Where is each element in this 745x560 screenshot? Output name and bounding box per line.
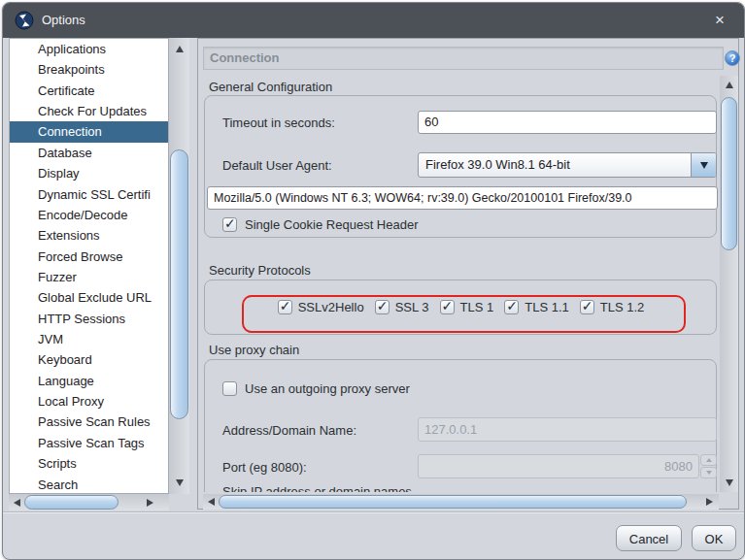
panel-title: Connection — [203, 47, 724, 70]
scroll-down-icon[interactable] — [172, 476, 186, 490]
panel-horizontal-scroll-thumb[interactable] — [219, 495, 687, 509]
panel-horizontal-scrollbar[interactable] — [203, 494, 719, 510]
timeout-input[interactable]: 60 — [418, 111, 717, 134]
scroll-left-icon[interactable] — [204, 494, 219, 509]
sidebar-vertical-scrollbar[interactable] — [169, 38, 189, 494]
protocol-label: TLS 1 — [460, 300, 494, 314]
panel-vertical-scroll-thumb[interactable] — [721, 97, 737, 250]
outgoing-proxy-label: Use an outgoing proxy server — [245, 381, 410, 396]
address-label: Address/Domain Name: — [222, 423, 356, 438]
sidebar-item-global-exclude-url[interactable]: Global Exclude URL — [10, 287, 168, 308]
sidebar-item-forced-browse[interactable]: Forced Browse — [10, 247, 168, 267]
outgoing-proxy-checkbox[interactable] — [222, 381, 237, 396]
port-label: Port (eg 8080): — [222, 460, 307, 475]
sidebar-item-passive-scan-rules[interactable]: Passive Scan Rules — [10, 412, 168, 432]
sidebar-item-extensions[interactable]: Extensions — [10, 225, 168, 246]
sidebar-horizontal-scroll-thumb[interactable] — [24, 495, 119, 510]
sidebar-item-certificate[interactable]: Certificate — [10, 81, 168, 101]
sidebar-item-dynamic-ssl-certifi[interactable]: Dynamic SSL Certifi — [10, 184, 168, 205]
connection-panel: Connection ? General Configuration Timeo… — [197, 38, 739, 510]
sidebar-item-local-proxy[interactable]: Local Proxy — [10, 391, 168, 412]
general-configuration-title: General Configuration — [209, 80, 332, 94]
user-agent-select[interactable]: Firefox 39.0 Win8.1 64-bit — [418, 152, 717, 178]
scroll-up-icon[interactable] — [722, 78, 736, 92]
chevron-down-icon[interactable] — [691, 153, 716, 177]
single-cookie-label: Single Cookie Request Header — [245, 217, 419, 232]
protocol-item-sslv2hello: SSLv2Hello — [278, 300, 364, 314]
sidebar-item-http-sessions[interactable]: HTTP Sessions — [10, 309, 168, 329]
sidebar-item-keyboard[interactable]: Keyboard — [10, 349, 168, 370]
options-category-list: ApplicationsBreakpointsCertificateCheck … — [9, 38, 169, 494]
protocol-label: TLS 1.2 — [600, 300, 645, 314]
protocol-checkbox[interactable] — [504, 300, 519, 314]
sidebar-horizontal-scrollbar[interactable] — [9, 494, 169, 511]
use-proxy-chain-title: Use proxy chain — [209, 343, 299, 357]
panel-viewport: General Configuration Timeout in seconds… — [203, 76, 719, 492]
single-cookie-row: Single Cookie Request Header — [222, 217, 419, 232]
sidebar-item-fuzzer[interactable]: Fuzzer — [10, 267, 168, 287]
cancel-button[interactable]: Cancel — [616, 525, 682, 551]
sidebar-item-language[interactable]: Language — [10, 371, 168, 391]
footer-separator — [3, 511, 744, 513]
sidebar-item-database[interactable]: Database — [10, 143, 168, 163]
port-spinner — [700, 454, 717, 478]
sidebar-vertical-scroll-thumb[interactable] — [170, 149, 188, 419]
title-bar: Options × — [3, 3, 744, 38]
scroll-down-icon[interactable] — [722, 476, 736, 490]
user-agent-string-input[interactable]: Mozilla/5.0 (Windows NT 6.3; WOW64; rv:3… — [207, 186, 718, 210]
protocol-item-tls-1: TLS 1 — [440, 300, 494, 314]
sidebar-item-search[interactable]: Search — [10, 475, 168, 494]
user-agent-label: Default User Agent: — [222, 158, 332, 173]
zap-logo-icon — [15, 11, 34, 30]
scroll-right-icon[interactable] — [143, 495, 157, 510]
protocol-checkbox[interactable] — [375, 300, 389, 314]
sidebar-item-passive-scan-tags[interactable]: Passive Scan Tags — [10, 433, 168, 453]
port-input[interactable]: 8080 — [418, 454, 699, 478]
security-protocols-row: SSLv2HelloSSL 3TLS 1TLS 1.1TLS 1.2 — [203, 280, 719, 335]
scroll-right-icon[interactable] — [702, 494, 717, 509]
scroll-left-icon[interactable] — [10, 495, 24, 510]
ok-button[interactable]: OK — [692, 525, 736, 551]
sidebar-item-check-for-updates[interactable]: Check For Updates — [10, 101, 168, 121]
sidebar-item-scripts[interactable]: Scripts — [10, 453, 168, 474]
protocol-item-ssl-3: SSL 3 — [375, 300, 429, 314]
sidebar-item-jvm[interactable]: JVM — [10, 329, 168, 349]
outgoing-proxy-row: Use an outgoing proxy server — [222, 381, 410, 396]
timeout-label: Timeout in seconds: — [222, 115, 335, 130]
scroll-up-icon[interactable] — [172, 42, 186, 56]
options-dialog: Options × ApplicationsBreakpointsCertifi… — [2, 2, 745, 560]
user-agent-selected-value: Firefox 39.0 Win8.1 64-bit — [425, 153, 690, 177]
sidebar-item-encode-decode[interactable]: Encode/Decode — [10, 205, 168, 225]
protocol-label: SSLv2Hello — [298, 300, 364, 314]
address-input[interactable]: 127.0.0.1 — [418, 417, 717, 442]
sidebar-item-breakpoints[interactable]: Breakpoints — [10, 59, 168, 80]
protocol-checkbox[interactable] — [580, 300, 594, 314]
protocol-checkbox[interactable] — [440, 300, 455, 314]
protocol-label: TLS 1.1 — [525, 300, 569, 314]
sidebar-item-display[interactable]: Display — [10, 163, 168, 183]
protocol-item-tls-1-2: TLS 1.2 — [580, 300, 645, 314]
skip-domains-label: Skip IP address or domain names — [222, 484, 412, 492]
spinner-up-icon[interactable] — [700, 454, 717, 466]
close-icon[interactable]: × — [709, 10, 730, 31]
help-icon[interactable]: ? — [725, 50, 740, 66]
sidebar-item-applications[interactable]: Applications — [10, 39, 168, 59]
window-title: Options — [42, 3, 85, 38]
security-protocols-title: Security Protocols — [209, 263, 311, 278]
protocol-label: SSL 3 — [395, 300, 429, 314]
spinner-down-icon[interactable] — [700, 467, 717, 478]
protocol-item-tls-1-1: TLS 1.1 — [504, 300, 569, 314]
panel-vertical-scrollbar[interactable] — [720, 76, 738, 492]
sidebar-item-connection[interactable]: Connection — [10, 121, 168, 142]
single-cookie-checkbox[interactable] — [222, 217, 237, 232]
protocol-checkbox[interactable] — [278, 300, 292, 314]
